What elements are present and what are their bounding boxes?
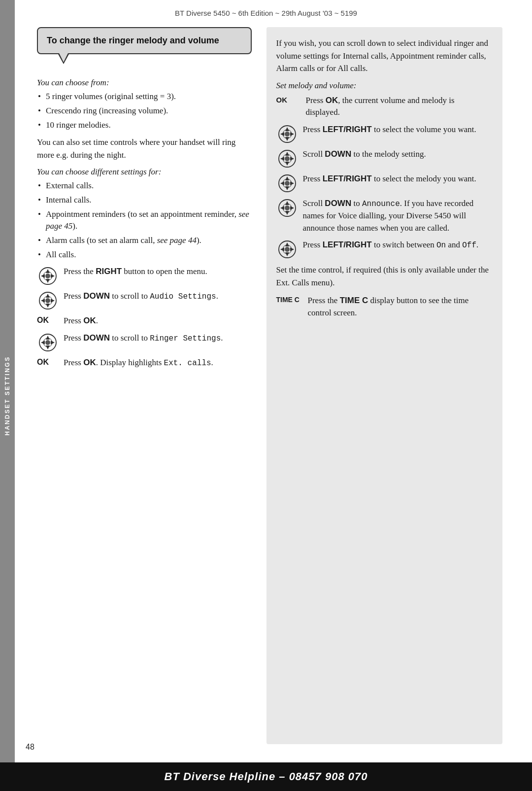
instruction-text-ok1: Press OK. [64,315,252,327]
right-dpad-3 [276,173,298,193]
callout-box: To change the ringer melody and volume [37,27,252,54]
page-number: 48 [26,743,34,752]
right-instruction-2: Scroll DOWN to the melody setting. [276,148,491,168]
right-column: If you wish, you can scroll down to sele… [266,27,503,744]
callout-title: To change the ringer melody and volume [47,35,219,45]
you-can-choose-label: You can choose from: [37,78,252,88]
right-instruction-5: Press LEFT/RIGHT to switch between On an… [276,239,491,259]
right-text-1: Press LEFT/RIGHT to select the volume yo… [303,124,491,136]
bullets-settings: External calls. Internal calls. Appointm… [37,180,252,261]
right-text-ok1: Press OK, the current volume and melody … [306,95,491,119]
right-text-5: Press LEFT/RIGHT to switch between On an… [303,239,491,251]
right-text-timec: Press the TIME C display button to see t… [308,295,491,319]
right-dpad-5 [276,239,298,259]
dpad-icon-1 [37,266,59,285]
footer-bar: BT Diverse Helpline – 08457 908 070 [0,762,532,791]
right-instruction-4: Scroll DOWN to Announce. If you have rec… [276,198,491,234]
list-item: Crescendo ring (increasing volume). [37,105,252,117]
instruction-row-3: Press DOWN to scroll to Ringer Settings. [37,332,252,352]
ok-label-1: OK [37,315,59,325]
list-item: All calls. [37,249,252,261]
instruction-row-ok2: OK Press OK. Display highlights Ext. cal… [37,357,252,369]
instruction-text-3: Press DOWN to scroll to Ringer Settings. [64,332,252,344]
sidebar-label: HANDSET SETTINGS [4,356,11,435]
right-text-4: Scroll DOWN to Announce. If you have rec… [303,198,491,234]
list-item: External calls. [37,180,252,192]
instruction-row-2: Press DOWN to scroll to Audio Settings. [37,290,252,310]
you-can-choose-different: You can choose different settings for: [37,167,252,177]
footer-text: BT Diverse Helpline – 08457 908 070 [165,770,368,783]
left-column: To change the ringer melody and volume Y… [37,27,252,744]
right-dpad-4 [276,198,298,217]
instruction-row-1: Press the RIGHT button to open the menu. [37,266,252,285]
right-instruction-ok1: OK Press OK, the current volume and melo… [276,95,491,119]
instruction-text-ok2: Press OK. Display highlights Ext. calls. [64,357,252,369]
instruction-row-ok1: OK Press OK. [37,315,252,327]
set-melody-label: Set melody and volume: [276,81,491,91]
right-body-text-2: Set the time control, if required (this … [276,264,491,289]
list-item: Internal calls. [37,194,252,206]
right-ok-label-1: OK [276,95,301,104]
ok-label-2: OK [37,357,59,367]
page-header: BT Diverse 5450 ~ 6th Edition ~ 29th Aug… [0,0,532,22]
left-body: You can choose from: 5 ringer volumes (o… [37,58,252,369]
dpad-icon-2 [37,290,59,310]
body-text-1: You can also set time controls where you… [37,136,252,161]
right-instruction-3: Press LEFT/RIGHT to select the melody yo… [276,173,491,193]
list-item: Alarm calls (to set an alarm call, see p… [37,235,252,247]
sidebar-wrapper: HANDSET SETTINGS [0,0,15,791]
bullets-choose: 5 ringer volumes (original setting = 3).… [37,91,252,131]
dpad-icon-3 [37,332,59,352]
right-body-text-1: If you wish, you can scroll down to sele… [276,37,491,75]
right-instruction-timec: TIME C Press the TIME C display button t… [276,295,491,319]
right-text-2: Scroll DOWN to the melody setting. [303,148,491,161]
list-item: Appointment reminders (to set an appoint… [37,208,252,233]
list-item: 5 ringer volumes (original setting = 3). [37,91,252,103]
instruction-text-1: Press the RIGHT button to open the menu. [64,266,252,278]
list-item: 10 ringer melodies. [37,119,252,132]
instruction-text-2: Press DOWN to scroll to Audio Settings. [64,290,252,303]
right-timec-label: TIME C [276,295,303,304]
right-text-3: Press LEFT/RIGHT to select the melody yo… [303,173,491,185]
right-dpad-2 [276,148,298,168]
right-dpad-1 [276,124,298,143]
right-instruction-1: Press LEFT/RIGHT to select the volume yo… [276,124,491,143]
